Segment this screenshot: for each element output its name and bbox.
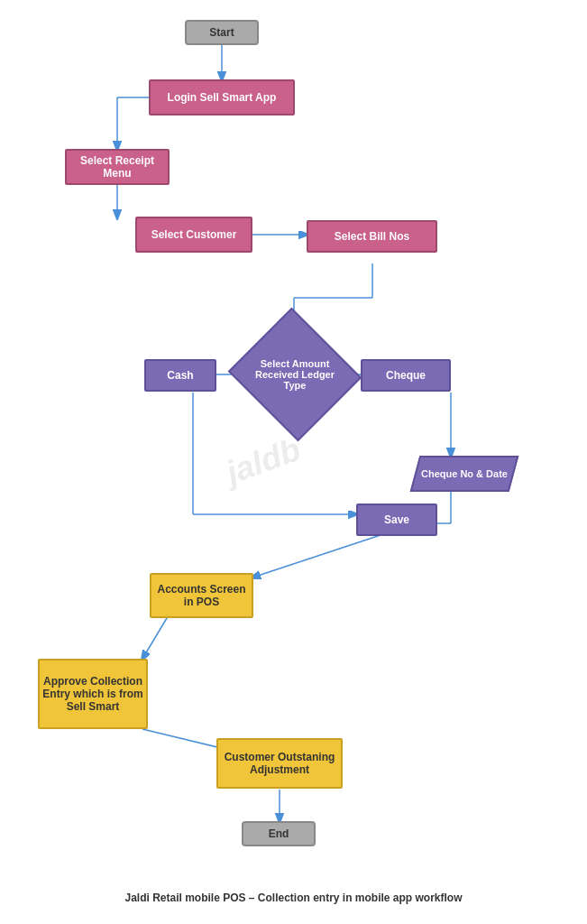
select-bill-nos-node: Select Bill Nos	[307, 220, 437, 253]
end-node: End	[242, 821, 316, 846]
start-node: Start	[185, 20, 259, 45]
watermark: jaldb	[221, 430, 305, 492]
cheque-node: Cheque	[361, 359, 451, 392]
accounts-screen-node: Accounts Screen in POS	[150, 573, 253, 618]
cash-node: Cash	[144, 359, 216, 392]
select-customer-node: Select Customer	[135, 217, 252, 253]
login-node: Login Sell Smart App	[149, 79, 295, 116]
approve-collection-node: Approve Collection Entry which is from S…	[38, 659, 148, 729]
flowchart: jaldb Start Login Sell Smart App Select …	[0, 0, 587, 884]
cheque-no-date-node: Cheque No & Date	[410, 456, 519, 492]
select-amount-diamond: Select Amount Received Ledger Type	[245, 329, 344, 420]
footer-text: Jaldi Retail mobile POS – Collection ent…	[0, 884, 587, 913]
receipt-menu-node: Select Receipt Menu	[65, 149, 170, 185]
customer-outstanding-node: Customer Outstaning Adjustment	[216, 738, 343, 789]
save-node: Save	[356, 504, 437, 536]
svg-line-16	[252, 535, 381, 578]
